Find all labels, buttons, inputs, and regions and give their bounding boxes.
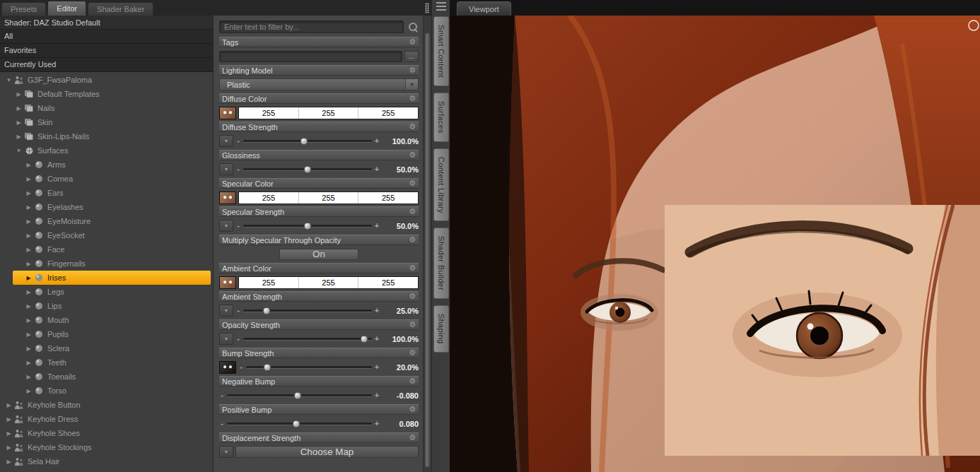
param-group-header[interactable]: Positive Bump⚙ bbox=[219, 404, 419, 415]
gear-icon[interactable]: ⚙ bbox=[409, 293, 416, 300]
slider-plus-button[interactable]: + bbox=[374, 222, 380, 230]
expand-arrow-icon[interactable]: ▶ bbox=[4, 444, 13, 451]
param-group-header[interactable]: Ambient Strength⚙ bbox=[219, 291, 419, 302]
tree-item-fingernails[interactable]: ▶Fingernails bbox=[0, 256, 213, 271]
gear-icon[interactable]: ⚙ bbox=[409, 208, 416, 216]
dropdown-arrow-button[interactable]: ▼ bbox=[219, 305, 233, 317]
slider-handle[interactable] bbox=[361, 335, 368, 343]
expand-arrow-icon[interactable]: ▶ bbox=[24, 317, 33, 324]
gear-icon[interactable]: ⚙ bbox=[409, 349, 416, 357]
tab-presets[interactable]: Presets bbox=[1, 2, 46, 16]
tree-item-g3f-fwsapaloma[interactable]: ▼G3F_FwsaPaloma bbox=[0, 73, 213, 87]
expand-arrow-icon[interactable]: ▶ bbox=[14, 134, 23, 140]
expand-arrow-icon[interactable]: ▶ bbox=[24, 162, 33, 168]
tree-item-eyemoisture[interactable]: ▶EyeMoisture bbox=[0, 214, 213, 228]
slider-track[interactable] bbox=[243, 309, 372, 312]
collapse-arrow-icon[interactable]: ▼ bbox=[4, 77, 13, 83]
slider-track[interactable] bbox=[243, 338, 372, 340]
gear-icon[interactable]: ⚙ bbox=[409, 151, 416, 159]
tab-editor[interactable]: Editor bbox=[47, 1, 86, 16]
parameter-filter-input[interactable] bbox=[219, 20, 404, 33]
tags-more-button[interactable]: ... bbox=[404, 51, 419, 62]
expand-arrow-icon[interactable]: ▶ bbox=[24, 388, 33, 394]
color-channel-value[interactable]: 255 bbox=[239, 107, 299, 119]
param-group-header[interactable]: Lighting Model⚙ bbox=[219, 65, 419, 76]
side-tab-shader-builder[interactable]: Shader Builder bbox=[433, 228, 449, 299]
expand-arrow-icon[interactable]: ▶ bbox=[4, 459, 13, 465]
tree-item-legs[interactable]: ▶Legs bbox=[0, 285, 213, 299]
quick-filter-all[interactable]: All bbox=[0, 30, 213, 44]
gear-icon[interactable]: ⚙ bbox=[409, 95, 416, 102]
tree-item-keyhole-shoes[interactable]: ▶Keyhole Shoes bbox=[0, 426, 213, 440]
expand-arrow-icon[interactable]: ▶ bbox=[4, 430, 13, 437]
slider-value[interactable]: 0.080 bbox=[382, 420, 419, 428]
color-channel-value[interactable]: 255 bbox=[299, 107, 359, 119]
gear-icon[interactable]: ⚙ bbox=[409, 38, 416, 46]
slider-value[interactable]: 25.0% bbox=[382, 307, 419, 315]
tree-item-toenails[interactable]: ▶Toenails bbox=[0, 370, 213, 384]
expand-arrow-icon[interactable]: ▶ bbox=[24, 289, 33, 295]
tree-item-cornea[interactable]: ▶Cornea bbox=[0, 172, 213, 186]
slider-minus-button[interactable]: - bbox=[235, 165, 241, 173]
tree-item-mouth[interactable]: ▶Mouth bbox=[0, 313, 213, 327]
tree-item-sclera[interactable]: ▶Sclera bbox=[0, 341, 213, 355]
slider-value[interactable]: 50.0% bbox=[382, 222, 419, 230]
tags-input[interactable] bbox=[219, 51, 402, 62]
pane-grip-handle[interactable] bbox=[425, 3, 429, 13]
tree-item-surfaces[interactable]: ▼Surfaces bbox=[0, 143, 213, 158]
slider-track[interactable] bbox=[246, 366, 372, 368]
param-group-header[interactable]: Bump Strength⚙ bbox=[219, 348, 419, 358]
slider-track[interactable] bbox=[227, 394, 372, 396]
tree-item-default-templates[interactable]: ▶Default Templates bbox=[0, 87, 213, 101]
texture-map-thumbnail[interactable] bbox=[219, 361, 236, 374]
pane-menu-icon[interactable] bbox=[436, 2, 446, 11]
slider-minus-button[interactable]: - bbox=[235, 335, 241, 343]
slider-handle[interactable] bbox=[294, 391, 302, 399]
dropdown-arrow-button[interactable]: ▼ bbox=[219, 220, 233, 232]
expand-arrow-icon[interactable]: ▶ bbox=[24, 204, 33, 211]
quick-filter-currently-used[interactable]: Currently Used bbox=[0, 58, 213, 72]
param-group-header[interactable]: Opacity Strength⚙ bbox=[219, 319, 419, 330]
expand-arrow-icon[interactable]: ▶ bbox=[24, 346, 33, 352]
texture-map-thumbnail[interactable] bbox=[219, 107, 236, 119]
color-channel-value[interactable]: 255 bbox=[239, 277, 299, 288]
tree-item-skin[interactable]: ▶Skin bbox=[0, 115, 213, 129]
dropdown-arrow-button[interactable]: ▼ bbox=[219, 135, 233, 147]
tree-item-skin-lips-nails[interactable]: ▶Skin-Lips-Nails bbox=[0, 129, 213, 143]
collapse-arrow-icon[interactable]: ▼ bbox=[14, 148, 23, 154]
gear-icon[interactable]: ⚙ bbox=[409, 377, 416, 385]
slider-value[interactable]: 100.0% bbox=[382, 137, 419, 146]
color-channel-value[interactable]: 255 bbox=[299, 192, 359, 203]
color-value-cells[interactable]: 255255255 bbox=[238, 107, 419, 119]
slider-handle[interactable] bbox=[304, 165, 312, 173]
tree-item-lips[interactable]: ▶Lips bbox=[0, 299, 213, 313]
slider-handle[interactable] bbox=[264, 363, 272, 371]
slider-track[interactable] bbox=[243, 168, 372, 170]
tree-item-eyelashes[interactable]: ▶Eyelashes bbox=[0, 200, 213, 214]
gear-icon[interactable]: ⚙ bbox=[409, 264, 416, 272]
slider-plus-button[interactable]: + bbox=[374, 420, 380, 427]
slider-minus-button[interactable]: - bbox=[238, 363, 244, 371]
slider-track[interactable] bbox=[227, 423, 372, 425]
expand-arrow-icon[interactable]: ▶ bbox=[24, 176, 33, 182]
slider-plus-button[interactable]: + bbox=[374, 391, 380, 399]
tree-item-irises[interactable]: ▶Irises bbox=[13, 271, 211, 285]
expand-arrow-icon[interactable]: ▶ bbox=[24, 275, 33, 281]
param-group-header[interactable]: Diffuse Strength⚙ bbox=[219, 122, 419, 132]
texture-map-thumbnail[interactable] bbox=[219, 276, 236, 289]
slider-plus-button[interactable]: + bbox=[374, 307, 380, 314]
color-channel-value[interactable]: 255 bbox=[299, 277, 359, 288]
param-group-header[interactable]: Specular Color⚙ bbox=[219, 178, 419, 189]
slider-value[interactable]: 100.0% bbox=[382, 335, 419, 343]
expand-arrow-icon[interactable]: ▶ bbox=[24, 218, 33, 225]
tree-item-keyhole-dress[interactable]: ▶Keyhole Dress bbox=[0, 412, 213, 426]
slider-handle[interactable] bbox=[293, 420, 301, 427]
lighting-model-select[interactable]: Plastic▼ bbox=[219, 78, 419, 90]
gear-icon[interactable]: ⚙ bbox=[409, 236, 416, 244]
expand-arrow-icon[interactable]: ▶ bbox=[24, 331, 33, 338]
tree-item-keyhole-button[interactable]: ▶Keyhole Button bbox=[0, 398, 213, 412]
expand-arrow-icon[interactable]: ▶ bbox=[24, 360, 33, 366]
color-channel-value[interactable]: 255 bbox=[358, 107, 418, 119]
texture-map-thumbnail[interactable] bbox=[219, 191, 236, 204]
expand-arrow-icon[interactable]: ▶ bbox=[24, 232, 33, 239]
